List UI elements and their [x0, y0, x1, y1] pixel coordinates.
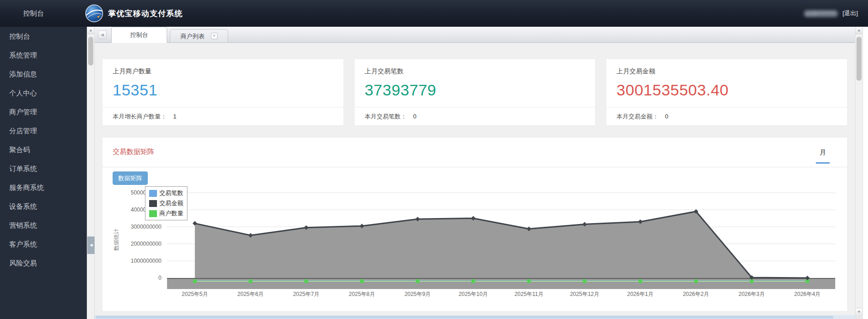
sidebar-collapse-handle[interactable]: ◀ — [87, 236, 95, 254]
chart-legend: 交易笔数交易金额商户数量 — [145, 186, 187, 220]
svg-text:2025年6月: 2025年6月 — [237, 291, 264, 297]
period-tab-month[interactable]: 月 — [816, 148, 830, 164]
content-area: 上月商户数量 15351 本月增长商户数量：1 上月交易笔数 37393779 … — [95, 43, 855, 315]
card-footer-label: 本月增长商户数量： — [113, 113, 167, 120]
svg-text:2026年1月: 2026年1月 — [627, 291, 653, 297]
tabs: 控制台商户列表× — [111, 27, 228, 43]
legend-item-2[interactable]: 商户数量 — [149, 209, 183, 218]
horizontal-scrollbar[interactable] — [95, 315, 855, 319]
svg-text:2025年12月: 2025年12月 — [570, 291, 599, 297]
tab-0[interactable]: 控制台 — [111, 27, 167, 43]
card-value: 15351 — [102, 76, 344, 99]
sidebar-item-2[interactable]: 添加信息 — [0, 65, 87, 83]
data-matrix-button[interactable]: 数据矩阵 — [113, 171, 148, 185]
sidebar-item-8[interactable]: 服务商系统 — [0, 178, 87, 197]
card-footer-label: 本月交易笔数： — [365, 113, 407, 120]
app-logo-icon — [85, 4, 103, 23]
tab-label: 商户列表 — [181, 30, 205, 43]
card-footer-value: 0 — [413, 113, 416, 120]
scroll-up-icon[interactable]: ▲ — [87, 27, 94, 34]
svg-text:2025年7月: 2025年7月 — [293, 291, 319, 297]
sidebar-item-11[interactable]: 客户系统 — [0, 235, 87, 254]
app-title: 掌优宝移动支付系统 — [108, 8, 183, 19]
tab-close-icon[interactable]: × — [211, 33, 217, 39]
card-value: 37393779 — [355, 76, 596, 99]
stat-cards-row: 上月商户数量 15351 本月增长商户数量：1 上月交易笔数 37393779 … — [102, 59, 848, 126]
card-title: 上月交易笔数 — [355, 59, 596, 76]
legend-item-1[interactable]: 交易金额 — [149, 199, 183, 207]
card-footer: 本月增长商户数量：1 — [102, 107, 344, 125]
scroll-down-icon[interactable]: ▼ — [856, 308, 862, 315]
sidebar-item-7[interactable]: 订单系统 — [0, 159, 87, 178]
card-transaction-count: 上月交易笔数 37393779 本月交易笔数：0 — [354, 59, 596, 126]
app-header: 控制台 掌优宝移动支付系统 175******** [退出] — [0, 0, 868, 27]
svg-text:3000000000: 3000000000 — [131, 224, 162, 230]
card-footer: 本月交易金额：0 — [606, 107, 847, 125]
svg-text:2026年2月: 2026年2月 — [683, 291, 709, 297]
svg-text:2025年10月: 2025年10月 — [458, 291, 488, 297]
sidebar-item-3[interactable]: 个人中心 — [0, 83, 87, 102]
sidebar-item-4[interactable]: 商户管理 — [0, 102, 87, 121]
horizontal-scrollbar-thumb[interactable] — [96, 316, 833, 319]
svg-text:2026年4月: 2026年4月 — [794, 291, 820, 297]
sidebar-item-1[interactable]: 系统管理 — [0, 46, 87, 65]
right-scrollbar-thumb[interactable] — [856, 37, 862, 81]
svg-text:1000000000: 1000000000 — [131, 258, 162, 264]
tab-1[interactable]: 商户列表× — [170, 29, 228, 43]
svg-text:2025年11月: 2025年11月 — [514, 291, 543, 297]
card-footer-value: 1 — [173, 113, 176, 120]
svg-text:2026年3月: 2026年3月 — [739, 291, 765, 297]
scroll-up-icon[interactable]: ▲ — [856, 27, 862, 34]
sidebar-item-10[interactable]: 营销系统 — [0, 216, 87, 235]
svg-text:2000000000: 2000000000 — [131, 241, 162, 247]
legend-label: 交易笔数 — [159, 189, 183, 197]
legend-label: 交易金额 — [159, 199, 183, 207]
legend-swatch-icon — [149, 190, 157, 197]
card-value: 3001535503.40 — [606, 76, 847, 99]
scrollbar-corner — [855, 315, 863, 319]
svg-text:2025年5月: 2025年5月 — [181, 291, 208, 297]
sidebar-item-9[interactable]: 设备系统 — [0, 197, 87, 216]
transaction-matrix-panel: 交易数据矩阵 月 数据矩阵 交易笔数交易金额商户数量 0100000000020… — [102, 137, 848, 312]
sidebar-item-6[interactable]: 聚合码 — [0, 140, 87, 159]
svg-text:0: 0 — [158, 275, 162, 281]
card-footer: 本月交易笔数：0 — [355, 107, 596, 125]
sidebar-item-0[interactable]: 控制台 — [0, 27, 87, 46]
card-merchant-count: 上月商户数量 15351 本月增长商户数量：1 — [102, 59, 344, 126]
right-scrollbar[interactable]: ▲ ▼ — [855, 27, 863, 315]
svg-text:2025年8月: 2025年8月 — [349, 291, 375, 297]
tab-bar: ◀ 控制台商户列表× — [95, 27, 855, 43]
legend-label: 商户数量 — [159, 209, 183, 218]
legend-swatch-icon — [149, 200, 157, 207]
card-footer-value: 0 — [665, 113, 668, 120]
user-account-masked: 175******** — [804, 10, 838, 17]
panel-divider — [102, 167, 847, 167]
header-nav-console[interactable]: 控制台 — [23, 9, 44, 18]
left-scrollbar[interactable]: ▲ ◀ — [87, 27, 95, 319]
legend-swatch-icon — [149, 210, 157, 217]
area-chart: 0100000000020000000003000000000400000000… — [112, 185, 838, 301]
card-footer-label: 本月交易金额： — [616, 113, 658, 120]
chart-area: 交易笔数交易金额商户数量 010000000002000000000300000… — [112, 185, 838, 305]
logout-link[interactable]: [退出] — [843, 9, 858, 18]
card-title: 上月交易金额 — [606, 59, 847, 76]
tab-scroll-left-icon[interactable]: ◀ — [98, 30, 107, 39]
sidebar-item-12[interactable]: 风险交易 — [0, 254, 87, 272]
sidebar-item-5[interactable]: 分店管理 — [0, 121, 87, 140]
tab-label: 控制台 — [130, 27, 148, 43]
panel-title: 交易数据矩阵 — [113, 148, 154, 156]
svg-text:数据统计: 数据统计 — [113, 229, 120, 251]
sidebar: 控制台系统管理添加信息个人中心商户管理分店管理聚合码订单系统服务商系统设备系统营… — [0, 27, 87, 319]
svg-text:2025年9月: 2025年9月 — [404, 291, 431, 297]
card-title: 上月商户数量 — [102, 59, 344, 76]
card-transaction-amount: 上月交易金额 3001535503.40 本月交易金额：0 — [606, 59, 848, 126]
left-scrollbar-thumb[interactable] — [88, 37, 93, 65]
legend-item-0[interactable]: 交易笔数 — [149, 189, 183, 197]
